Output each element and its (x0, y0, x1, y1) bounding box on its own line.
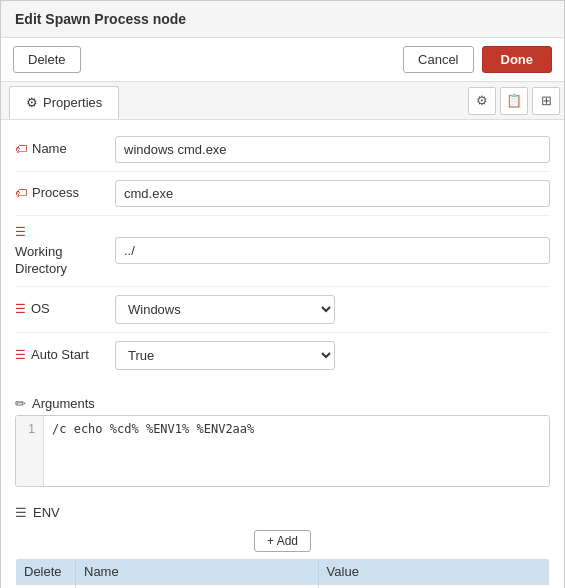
row-value-cell: t1 (318, 584, 549, 588)
arguments-area: 1 (15, 415, 550, 487)
header-value: Value (318, 558, 549, 584)
clipboard-icon-btn[interactable]: 📋 (500, 87, 528, 115)
os-icon: ☰ (15, 302, 26, 316)
tab-properties-label: Properties (43, 95, 102, 110)
toolbar-right: Cancel Done (403, 46, 552, 73)
env-section: + Add Delete Name Value (1, 524, 564, 588)
title-text: Edit Spawn Process node (15, 11, 186, 27)
tab-action-icons: ⚙ 📋 ⊞ (468, 87, 564, 115)
table-row: ✕ ENV1 t1 (16, 584, 550, 588)
header-name: Name (76, 558, 319, 584)
row-name-cell: ENV1 (76, 584, 319, 588)
content-area: 🏷 Name 🏷 Process ☰ Working Directory (1, 120, 564, 588)
done-button[interactable]: Done (482, 46, 553, 73)
env-icon: ☰ (15, 505, 27, 520)
header-delete-text: Delete (24, 564, 62, 579)
env-add-row: + Add (15, 524, 550, 558)
process-label-text: Process (32, 185, 79, 202)
settings-icon-btn[interactable]: ⚙ (468, 87, 496, 115)
row-delete-cell: ✕ (16, 584, 76, 588)
dialog-title: Edit Spawn Process node (1, 1, 564, 38)
os-label-text: OS (31, 301, 50, 318)
os-label: ☰ OS (15, 301, 115, 318)
header-name-text: Name (84, 564, 119, 579)
os-select[interactable]: Windows Linux Mac (115, 295, 335, 324)
arguments-label: Arguments (32, 396, 95, 411)
arguments-section-header: ✏ Arguments (1, 386, 564, 415)
os-row: ☰ OS Windows Linux Mac (15, 287, 550, 333)
env-table-header-row: Delete Name Value (16, 558, 550, 584)
working-directory-input[interactable] (115, 237, 550, 264)
process-row: 🏷 Process (15, 172, 550, 216)
name-row: 🏷 Name (15, 128, 550, 172)
add-env-button[interactable]: + Add (254, 530, 311, 552)
name-icon: 🏷 (15, 142, 27, 156)
working-directory-row: ☰ Working Directory (15, 216, 550, 287)
tab-properties[interactable]: ⚙ Properties (9, 86, 119, 119)
env-section-header: ☰ ENV (1, 495, 564, 524)
grid-icon-btn[interactable]: ⊞ (532, 87, 560, 115)
auto-start-row: ☰ Auto Start True False (15, 333, 550, 378)
auto-start-icon: ☰ (15, 348, 26, 362)
name-label: 🏷 Name (15, 141, 115, 158)
working-directory-icon: ☰ (15, 225, 26, 239)
process-label: 🏷 Process (15, 185, 115, 202)
cancel-button[interactable]: Cancel (403, 46, 473, 73)
process-input[interactable] (115, 180, 550, 207)
form-section: 🏷 Name 🏷 Process ☰ Working Directory (1, 120, 564, 386)
header-value-text: Value (327, 564, 359, 579)
arguments-inner: 1 (16, 416, 549, 486)
auto-start-label-text: Auto Start (31, 347, 89, 364)
env-label: ENV (33, 505, 60, 520)
process-icon: 🏷 (15, 186, 27, 200)
working-directory-label-text: Working Directory (15, 244, 115, 278)
arguments-textarea[interactable] (44, 416, 549, 486)
line-numbers: 1 (16, 416, 44, 486)
dialog-toolbar: Delete Cancel Done (1, 38, 564, 82)
dialog: Edit Spawn Process node Delete Cancel Do… (0, 0, 565, 588)
name-label-text: Name (32, 141, 67, 158)
gear-icon: ⚙ (26, 95, 38, 110)
auto-start-label: ☰ Auto Start (15, 347, 115, 364)
arguments-icon: ✏ (15, 396, 26, 411)
line-number-1: 1 (24, 422, 35, 436)
auto-start-select[interactable]: True False (115, 341, 335, 370)
name-input[interactable] (115, 136, 550, 163)
env-table: Delete Name Value ✕ (15, 558, 550, 588)
working-directory-label: ☰ Working Directory (15, 224, 115, 278)
header-delete: Delete (16, 558, 76, 584)
delete-button[interactable]: Delete (13, 46, 81, 73)
tabs-bar: ⚙ Properties ⚙ 📋 ⊞ (1, 82, 564, 120)
